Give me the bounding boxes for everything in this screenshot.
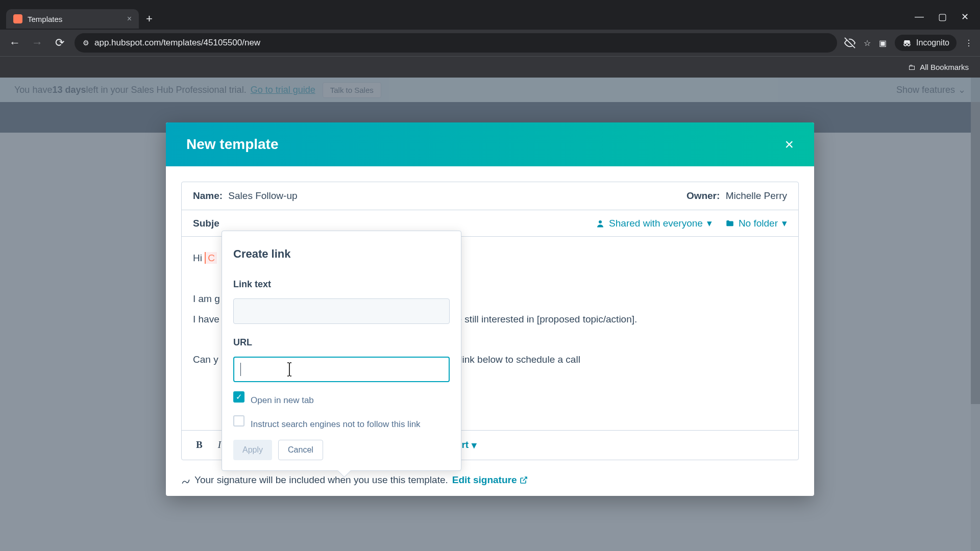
editor-text: I am g	[193, 293, 220, 304]
site-settings-icon[interactable]: ⚙	[83, 39, 89, 47]
signature-text: Your signature will be included when you…	[194, 474, 448, 486]
caret-down-icon: ▾	[782, 217, 787, 229]
new-template-modal: New template × Name: Sales Follow-up Own…	[166, 122, 814, 496]
folder-icon: 🗀	[908, 63, 916, 71]
caret-down-icon: ▾	[472, 439, 477, 451]
link-text-input[interactable]	[233, 298, 450, 324]
maximize-icon[interactable]: ▢	[938, 11, 947, 22]
back-button[interactable]: ←	[7, 35, 22, 51]
open-new-tab-label: Open in new tab	[251, 391, 314, 410]
reload-button[interactable]: ⟳	[52, 35, 67, 51]
minimize-icon[interactable]: —	[915, 11, 924, 22]
svg-point-1	[908, 43, 910, 46]
apply-button[interactable]: Apply	[233, 440, 272, 460]
owner-name: Michelle Perry	[726, 190, 787, 201]
folder-icon	[725, 219, 734, 228]
template-body-editor[interactable]: Hi C I am gge I haveu are still interest…	[182, 236, 798, 430]
text-cursor-icon	[284, 362, 295, 377]
editor-text: Hi	[193, 253, 205, 263]
close-icon[interactable]: ×	[785, 136, 794, 153]
folder-label: No folder	[739, 218, 778, 229]
template-name[interactable]: Sales Follow-up	[228, 190, 297, 201]
hubspot-favicon	[13, 14, 22, 23]
address-bar: ← → ⟳ ⚙ app.hubspot.com/templates/451055…	[0, 30, 980, 56]
bold-button[interactable]: B	[193, 437, 206, 453]
subject-label: Subje	[193, 218, 219, 229]
name-label: Name:	[193, 190, 223, 201]
incognito-chip[interactable]: Incognito	[895, 35, 957, 51]
url-text: app.hubspot.com/templates/45105500/new	[94, 38, 260, 48]
close-window-icon[interactable]: ✕	[961, 11, 969, 22]
open-new-tab-checkbox[interactable]: ✓	[233, 391, 244, 403]
template-card: Name: Sales Follow-up Owner: Michelle Pe…	[181, 182, 799, 460]
signature-icon	[181, 475, 190, 485]
shared-label: Shared with everyone	[609, 218, 703, 229]
create-link-popover: Create link Link text URL ✓ Open in new …	[222, 231, 461, 471]
url-input[interactable]	[233, 357, 450, 382]
cancel-button[interactable]: Cancel	[278, 440, 323, 460]
user-icon	[596, 219, 605, 228]
new-tab-button[interactable]: +	[139, 8, 160, 30]
owner-label: Owner:	[687, 190, 720, 201]
all-bookmarks-link[interactable]: All Bookmarks	[920, 63, 969, 71]
editor-text: u are still interested in [proposed topi…	[440, 314, 638, 324]
editor-text: Can y	[193, 354, 218, 365]
eye-off-icon[interactable]	[844, 37, 855, 48]
tab-title: Templates	[28, 15, 62, 23]
link-text-label: Link text	[233, 275, 450, 294]
svg-point-0	[904, 43, 906, 46]
popover-title: Create link	[233, 242, 450, 266]
bookmarks-bar: 🗀 All Bookmarks	[0, 56, 980, 78]
external-link-icon	[520, 476, 528, 484]
url-label: URL	[233, 333, 450, 353]
url-field[interactable]: ⚙ app.hubspot.com/templates/45105500/new	[75, 33, 837, 53]
browser-tab-strip: Templates × + — ▢ ✕	[0, 0, 980, 30]
nofollow-label: Instruct search engines not to follow th…	[251, 415, 421, 434]
modal-header: New template ×	[166, 122, 814, 166]
modal-title: New template	[186, 136, 279, 153]
incognito-label: Incognito	[916, 38, 949, 47]
tab-close-icon[interactable]: ×	[127, 14, 132, 23]
forward-button[interactable]: →	[30, 35, 45, 51]
editor-text: I have	[193, 314, 219, 324]
kebab-menu-icon[interactable]: ⋮	[965, 38, 973, 48]
edit-signature-link[interactable]: Edit signature	[452, 474, 528, 486]
browser-tab[interactable]: Templates ×	[6, 9, 139, 29]
caret-down-icon: ▾	[707, 217, 712, 229]
svg-point-2	[599, 220, 602, 223]
nofollow-checkbox[interactable]	[233, 415, 244, 427]
shared-with-dropdown[interactable]: Shared with everyone ▾	[596, 217, 712, 229]
side-panel-icon[interactable]: ▣	[879, 38, 887, 48]
incognito-icon	[902, 38, 912, 48]
folder-dropdown[interactable]: No folder ▾	[725, 217, 787, 229]
bookmark-star-icon[interactable]: ☆	[864, 38, 871, 48]
editor-text: the link below to schedule a call	[444, 354, 580, 365]
personalization-token[interactable]: C	[205, 252, 217, 264]
